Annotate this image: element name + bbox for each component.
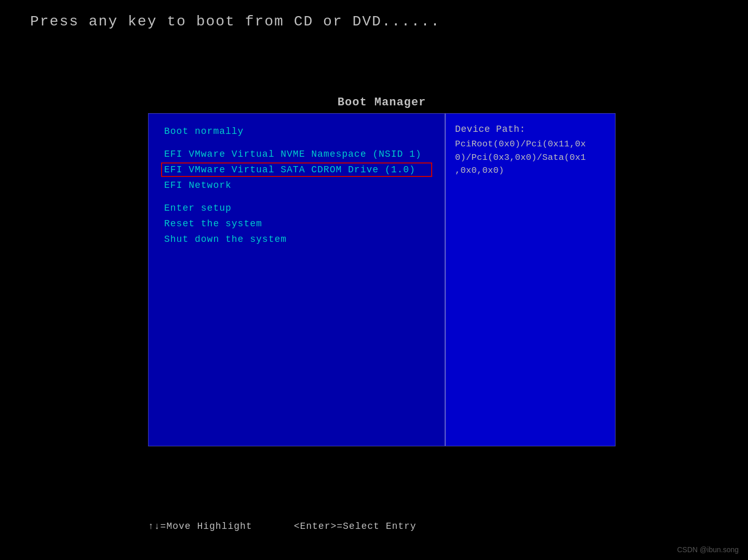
menu-item-efi-network[interactable]: EFI Network (161, 178, 432, 193)
menu-item-shut-down[interactable]: Shut down the system (161, 232, 432, 247)
hint-move-highlight: ↑↓=Move Highlight (148, 521, 252, 531)
menu-item-enter-setup[interactable]: Enter setup (161, 201, 432, 215)
menu-item-boot-normally[interactable]: Boot normally (161, 124, 432, 139)
menu-item-efi-cdrom[interactable]: EFI VMware Virtual SATA CDROM Drive (1.0… (161, 162, 432, 177)
boot-manager-title: Boot Manager (148, 96, 616, 109)
watermark: CSDN @ibun.song (677, 545, 739, 554)
right-panel: Device Path: PciRoot(0x0)/Pci(0x11,0x0)/… (445, 114, 615, 446)
device-path-value: PciRoot(0x0)/Pci(0x11,0x0)/Pci(0x3,0x0)/… (455, 138, 606, 177)
spacer-1 (161, 140, 432, 147)
hint-select-entry: <Enter>=Select Entry (294, 521, 417, 531)
spacer-2 (161, 194, 432, 201)
device-path-label: Device Path: (455, 124, 606, 134)
top-message: Press any key to boot from CD or DVD....… (30, 13, 440, 30)
menu-item-efi-nvme[interactable]: EFI VMware Virtual NVME Namespace (NSID … (161, 147, 432, 161)
bottom-bar: ↑↓=Move Highlight <Enter>=Select Entry (148, 521, 616, 531)
boot-manager-container: Boot Manager Boot normally EFI VMware Vi… (148, 96, 616, 446)
boot-manager-panels: Boot normally EFI VMware Virtual NVME Na… (148, 113, 616, 446)
left-panel: Boot normally EFI VMware Virtual NVME Na… (149, 114, 445, 446)
menu-item-reset-system[interactable]: Reset the system (161, 216, 432, 231)
